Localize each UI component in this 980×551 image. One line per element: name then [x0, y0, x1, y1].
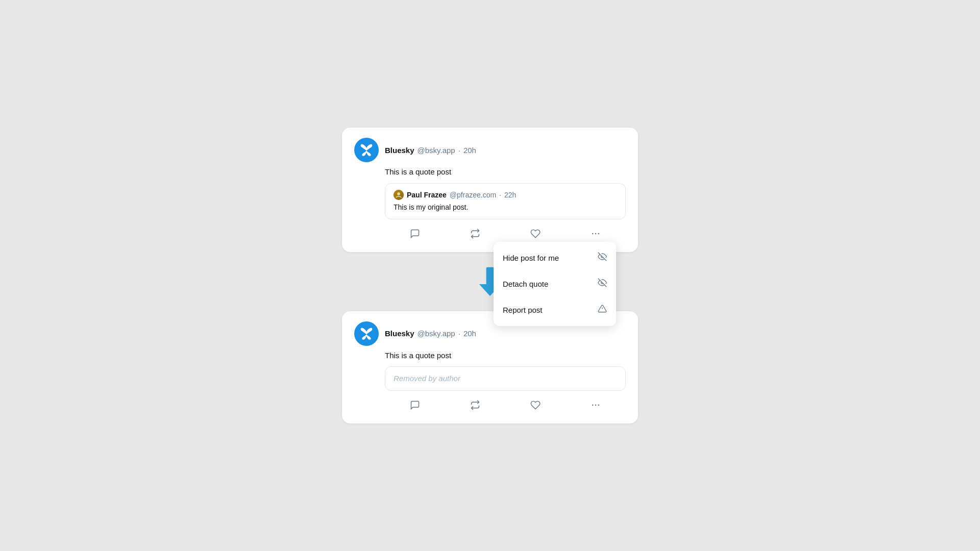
bottom-post-handle: @bsky.app [418, 329, 455, 338]
hide-post-button[interactable]: Hide post for me [494, 245, 616, 271]
hide-post-icon [598, 252, 607, 264]
detach-quote-button[interactable]: Detach quote [494, 271, 616, 297]
report-post-icon [598, 304, 607, 316]
bottom-post-body: This is a quote post Removed by author [354, 350, 626, 414]
top-post-separator: · [458, 146, 460, 155]
hide-post-label: Hide post for me [503, 254, 559, 262]
warning-icon [598, 304, 607, 313]
svg-point-0 [397, 192, 400, 195]
top-comment-button[interactable] [405, 226, 425, 242]
top-action-bar: Hide post for me Detach quote [385, 226, 626, 242]
top-post-wrapper: Bluesky @bsky.app · 20h This is a quote … [342, 128, 638, 252]
bottom-post-text: This is a quote post [385, 350, 626, 362]
bottom-post-meta: Bluesky @bsky.app · 20h [385, 329, 476, 338]
top-post-author-line: Bluesky @bsky.app · 20h [385, 146, 476, 155]
svg-point-1 [592, 233, 594, 234]
bottom-post-separator: · [458, 329, 460, 338]
quoted-time: 22h [504, 191, 516, 199]
bottom-comment-button[interactable] [405, 397, 425, 413]
quoted-post[interactable]: Paul Frazee @pfrazee.com · 22h This is m… [385, 183, 626, 219]
top-more-container: Hide post for me Detach quote [585, 226, 606, 242]
bottom-post-card: Bluesky @bsky.app · 20h This is a quote … [342, 311, 638, 424]
bottom-more-button[interactable] [585, 397, 606, 413]
top-post-avatar [354, 138, 379, 162]
eye-off-icon-2 [598, 278, 607, 287]
quoted-separator: · [499, 191, 501, 199]
svg-point-11 [595, 405, 597, 406]
bottom-more-icon [591, 400, 601, 410]
report-post-button[interactable]: Report post [494, 297, 616, 323]
bottom-heart-icon [530, 400, 541, 410]
top-more-button[interactable] [585, 226, 606, 242]
main-container: Bluesky @bsky.app · 20h This is a quote … [342, 128, 638, 423]
top-post-time: 20h [463, 146, 476, 155]
bottom-comment-icon [410, 400, 420, 410]
quoted-handle: @pfrazee.com [450, 191, 496, 199]
quoted-text: This is my original post. [394, 202, 617, 213]
top-post-handle: @bsky.app [418, 146, 455, 155]
bottom-action-bar [385, 397, 626, 413]
detach-quote-label: Detach quote [503, 280, 548, 288]
quoted-avatar-svg [395, 191, 402, 198]
removed-text: Removed by author [394, 374, 460, 383]
top-like-button[interactable] [525, 226, 546, 242]
top-post-author-name: Bluesky [385, 146, 414, 155]
bottom-post-author-line: Bluesky @bsky.app · 20h [385, 329, 476, 338]
top-post-text: This is a quote post [385, 166, 626, 178]
quoted-author-name: Paul Frazee [407, 191, 447, 199]
quoted-avatar-inner [394, 190, 404, 200]
top-repost-button[interactable] [465, 226, 485, 242]
svg-point-12 [598, 405, 600, 406]
bottom-post-time: 20h [463, 329, 476, 338]
quoted-post-header: Paul Frazee @pfrazee.com · 22h [394, 190, 617, 200]
bottom-repost-button[interactable] [465, 397, 485, 413]
top-post-body: This is a quote post [354, 166, 626, 242]
top-post-card: Bluesky @bsky.app · 20h This is a quote … [342, 128, 638, 252]
quoted-avatar [394, 190, 404, 200]
repost-icon [470, 229, 480, 239]
top-post-header: Bluesky @bsky.app · 20h [354, 138, 626, 162]
eye-off-icon-1 [598, 252, 607, 261]
bottom-butterfly-svg [359, 327, 374, 341]
detach-quote-icon [598, 278, 607, 290]
svg-point-2 [595, 233, 597, 234]
svg-point-3 [598, 233, 600, 234]
bottom-like-button[interactable] [525, 397, 546, 413]
butterfly-svg [359, 143, 374, 157]
bottom-repost-icon [470, 400, 480, 410]
dropdown-menu: Hide post for me Detach quote [494, 242, 616, 326]
top-post-meta: Bluesky @bsky.app · 20h [385, 146, 476, 155]
removed-post-box: Removed by author [385, 366, 626, 391]
svg-rect-8 [486, 267, 494, 285]
svg-point-10 [592, 405, 594, 406]
bottom-post-avatar [354, 321, 379, 346]
more-icon [591, 229, 601, 239]
bottom-post-author-name: Bluesky [385, 329, 414, 338]
comment-icon [410, 229, 420, 239]
heart-icon [530, 229, 541, 239]
report-post-label: Report post [503, 306, 543, 314]
